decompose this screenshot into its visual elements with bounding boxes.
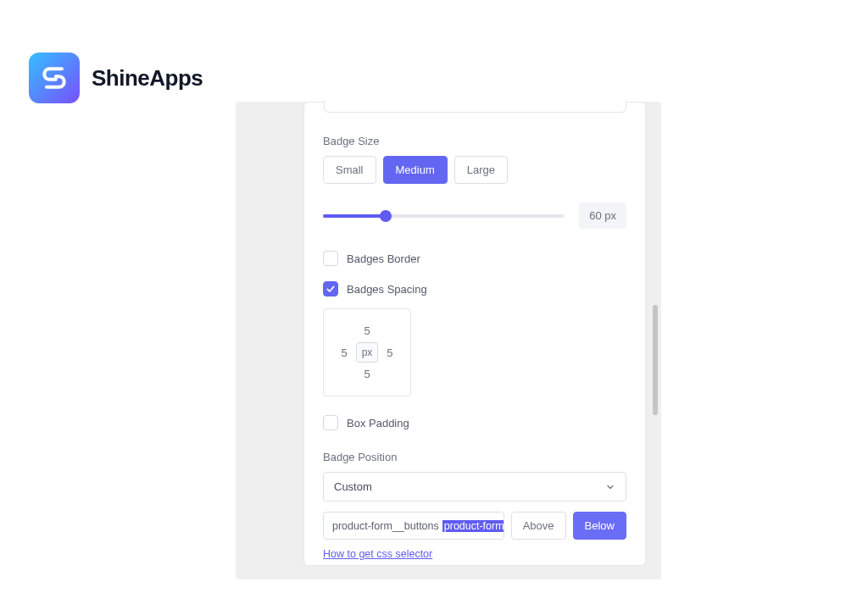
badge-size-value: 60 px [579, 202, 626, 229]
badge-size-slider-row: 60 px [323, 202, 626, 229]
badges-spacing-checkbox[interactable] [323, 281, 338, 296]
css-selector-input[interactable]: product-form__buttons product-form_summi… [323, 512, 504, 540]
badge-size-slider[interactable] [323, 214, 564, 218]
spacing-left[interactable]: 5 [341, 346, 347, 359]
badge-size-group: Small Medium Large [323, 156, 626, 184]
badges-border-checkbox[interactable] [323, 251, 338, 266]
chevron-down-icon [605, 482, 615, 492]
settings-panel: Badge Size Small Medium Large 60 px Badg… [236, 102, 661, 579]
slider-thumb[interactable] [380, 210, 392, 222]
badges-border-label: Badges Border [347, 252, 420, 265]
settings-card: Badge Size Small Medium Large 60 px Badg… [303, 102, 646, 566]
check-icon [326, 284, 336, 294]
spacing-bottom[interactable]: 5 [364, 368, 370, 380]
badge-size-label: Badge Size [323, 135, 626, 147]
spacing-unit[interactable]: px [356, 342, 379, 363]
selector-prefix: product-form__buttons [332, 520, 439, 532]
badge-size-small[interactable]: Small [323, 156, 376, 184]
box-padding-checkbox[interactable] [323, 415, 338, 430]
badge-position-label: Badge Position [323, 451, 626, 463]
shineapps-logo-icon [39, 63, 70, 93]
box-padding-row: Box Padding [323, 415, 626, 430]
placement-below[interactable]: Below [573, 512, 626, 540]
box-padding-label: Box Padding [347, 417, 409, 430]
spacing-top[interactable]: 5 [364, 324, 370, 337]
badges-border-row: Badges Border [323, 251, 626, 266]
brand-title: ShineApps [92, 65, 203, 91]
badges-spacing-row: Badges Spacing [323, 281, 626, 296]
slider-fill [323, 214, 386, 218]
selector-highlight: product-form_summit [442, 520, 504, 532]
spacing-right[interactable]: 5 [387, 346, 392, 359]
brand-logo [29, 53, 80, 103]
spacing-middle-row: 5 px 5 [341, 342, 392, 363]
badge-size-large[interactable]: Large [454, 156, 508, 184]
badge-position-selected: Custom [334, 480, 372, 493]
badges-spacing-label: Badges Spacing [347, 283, 427, 296]
badge-size-medium[interactable]: Medium [383, 156, 448, 184]
spacing-box: 5 5 px 5 5 [323, 308, 411, 396]
help-css-selector-link[interactable]: How to get css selector [323, 548, 432, 560]
selector-row: product-form__buttons product-form_summi… [323, 512, 626, 540]
badge-position-select[interactable]: Custom [323, 472, 626, 502]
previous-section-edge [324, 101, 626, 113]
placement-above[interactable]: Above [511, 512, 566, 540]
brand: ShineApps [29, 53, 203, 103]
